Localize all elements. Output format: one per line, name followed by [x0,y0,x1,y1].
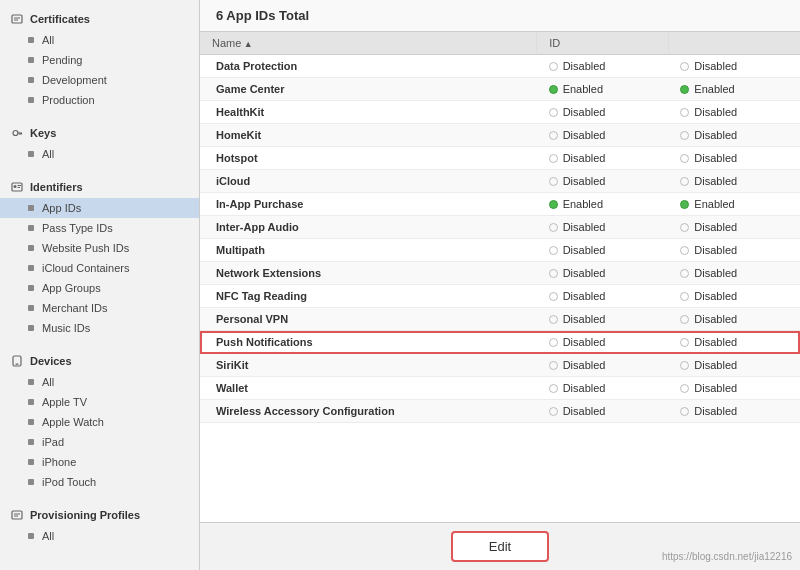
sidebar-item-dot [28,419,34,425]
status-cell-1: Enabled [537,193,669,216]
sidebar-section-label-identifiers: Identifiers [30,181,83,193]
status-cell-2: Disabled [668,101,800,124]
feature-name-cell: iCloud [200,170,537,193]
sidebar-item-merchant-ids[interactable]: Merchant IDs [0,298,199,318]
feature-name-cell: Game Center [200,78,537,101]
status-text-1: Enabled [563,198,603,210]
disabled-dot [549,361,558,370]
status-cell-2: Disabled [668,262,800,285]
sidebar-item-pending[interactable]: Pending [0,50,199,70]
sidebar-item-all[interactable]: All [0,372,199,392]
sidebar-item-iphone[interactable]: iPhone [0,452,199,472]
table-row[interactable]: MultipathDisabledDisabled [200,239,800,262]
disabled-dot [549,154,558,163]
id-column-header[interactable]: ID [537,32,669,55]
svg-rect-13 [12,511,22,519]
table-row[interactable]: NFC Tag ReadingDisabledDisabled [200,285,800,308]
sidebar-item-website-push-ids[interactable]: Website Push IDs [0,238,199,258]
status-text-2: Disabled [694,382,737,394]
status-cell-2: Disabled [668,124,800,147]
status-text-1: Disabled [563,336,606,348]
status-text-1: Disabled [563,152,606,164]
sidebar-item-ipod-touch[interactable]: iPod Touch [0,472,199,492]
status-indicator-1: Disabled [549,405,657,417]
sidebar-item-app-groups[interactable]: App Groups [0,278,199,298]
sidebar-item-dot [28,97,34,103]
table-row[interactable]: SiriKitDisabledDisabled [200,354,800,377]
table-row[interactable]: Inter-App AudioDisabledDisabled [200,216,800,239]
status-text-1: Disabled [563,382,606,394]
sidebar-item-label: Website Push IDs [42,242,129,254]
status-indicator-1: Disabled [549,359,657,371]
sidebar-item-dot [28,379,34,385]
disabled-dot [680,108,689,117]
status-text-1: Disabled [563,175,606,187]
sidebar: CertificatesAllPendingDevelopmentProduct… [0,0,200,570]
sidebar-item-apple-watch[interactable]: Apple Watch [0,412,199,432]
table-row[interactable]: iCloudDisabledDisabled [200,170,800,193]
status-indicator-2: Disabled [680,313,788,325]
table-row[interactable]: Data ProtectionDisabledDisabled [200,55,800,78]
sidebar-item-development[interactable]: Development [0,70,199,90]
status-cell-2: Disabled [668,55,800,78]
table-row[interactable]: Game CenterEnabledEnabled [200,78,800,101]
disabled-dot [549,223,558,232]
table-row[interactable]: HotspotDisabledDisabled [200,147,800,170]
status-text-1: Disabled [563,244,606,256]
sidebar-item-all[interactable]: All [0,144,199,164]
sidebar-item-dot [28,459,34,465]
status-cell-2: Disabled [668,308,800,331]
sidebar-section-header-devices: Devices [0,350,199,372]
sidebar-item-dot [28,479,34,485]
status-indicator-1: Disabled [549,290,657,302]
sidebar-item-app-ids[interactable]: App IDs [0,198,199,218]
status-cell-2: Disabled [668,354,800,377]
feature-name-cell: Push Notifications [200,331,537,354]
sidebar-item-apple-tv[interactable]: Apple TV [0,392,199,412]
sidebar-item-label: iPod Touch [42,476,96,488]
table-row[interactable]: HomeKitDisabledDisabled [200,124,800,147]
disabled-dot [549,62,558,71]
table-row[interactable]: In-App PurchaseEnabledEnabled [200,193,800,216]
enabled-dot [549,85,558,94]
disabled-dot [549,384,558,393]
edit-button[interactable]: Edit [451,531,549,562]
sidebar-section-header-certificates: Certificates [0,8,199,30]
sidebar-item-production[interactable]: Production [0,90,199,110]
sidebar-section-header-keys: Keys [0,122,199,144]
disabled-dot [549,407,558,416]
cert-icon [10,12,24,26]
name-column-header[interactable]: Name [200,32,537,55]
sidebar-item-dot [28,305,34,311]
status-indicator-1: Disabled [549,106,657,118]
enabled-dot [549,200,558,209]
sidebar-item-all[interactable]: All [0,526,199,546]
table-row[interactable]: WalletDisabledDisabled [200,377,800,400]
sidebar-item-icloud-containers[interactable]: iCloud Containers [0,258,199,278]
status-indicator-1: Disabled [549,267,657,279]
status-cell-2: Disabled [668,331,800,354]
status-cell-1: Disabled [537,262,669,285]
feature-name-cell: NFC Tag Reading [200,285,537,308]
sidebar-item-ipad[interactable]: iPad [0,432,199,452]
status-cell-2: Disabled [668,216,800,239]
table-row[interactable]: Network ExtensionsDisabledDisabled [200,262,800,285]
sidebar-item-all[interactable]: All [0,30,199,50]
table-row[interactable]: Wireless Accessory ConfigurationDisabled… [200,400,800,423]
table-row[interactable]: Push NotificationsDisabledDisabled [200,331,800,354]
status-text-2: Disabled [694,290,737,302]
status-text-1: Enabled [563,83,603,95]
sidebar-item-pass-type-ids[interactable]: Pass Type IDs [0,218,199,238]
disabled-dot [549,177,558,186]
status-indicator-2: Disabled [680,60,788,72]
status-cell-1: Disabled [537,239,669,262]
status-indicator-2: Disabled [680,267,788,279]
sidebar-item-dot [28,37,34,43]
sidebar-item-label: Apple Watch [42,416,104,428]
status-cell-2: Enabled [668,193,800,216]
status-cell-1: Disabled [537,285,669,308]
table-row[interactable]: Personal VPNDisabledDisabled [200,308,800,331]
sidebar-item-music-ids[interactable]: Music IDs [0,318,199,338]
table-row[interactable]: HealthKitDisabledDisabled [200,101,800,124]
sidebar-item-label: All [42,376,54,388]
